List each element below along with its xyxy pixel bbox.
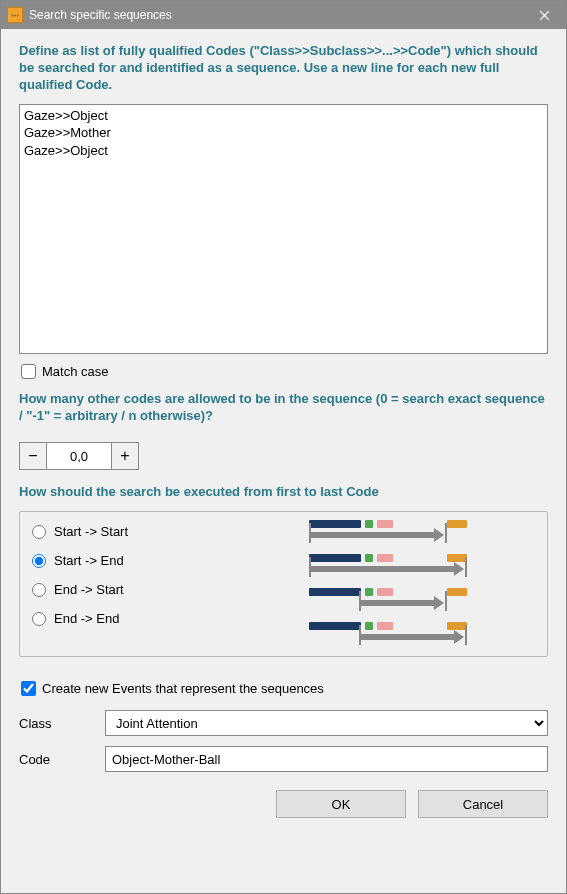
- ok-button[interactable]: OK: [276, 790, 406, 818]
- search-mode-instruction: How should the search be executed from f…: [19, 484, 548, 501]
- dialog-content: Define as list of fully qualified Codes …: [1, 29, 566, 893]
- close-button[interactable]: [522, 1, 566, 29]
- match-case-checkbox[interactable]: [21, 364, 36, 379]
- titlebar: ⋯ Search specific sequences: [1, 1, 566, 29]
- create-events-label: Create new Events that represent the seq…: [42, 681, 324, 696]
- code-input[interactable]: [105, 746, 548, 772]
- codes-instruction: Define as list of fully qualified Codes …: [19, 43, 548, 94]
- stepper-increment[interactable]: +: [111, 442, 139, 470]
- diagram-start-start: [309, 520, 537, 546]
- radio-end-start[interactable]: [32, 583, 46, 597]
- class-select[interactable]: Joint Attention: [105, 710, 548, 736]
- create-events-checkbox[interactable]: [21, 681, 36, 696]
- class-label: Class: [19, 716, 105, 731]
- allowed-codes-stepper: − +: [19, 442, 548, 470]
- radio-start-start-label: Start -> Start: [54, 524, 128, 539]
- diagram-end-start: [309, 588, 537, 614]
- search-mode-diagrams: [309, 520, 537, 648]
- app-icon: ⋯: [7, 7, 23, 23]
- diagram-end-end: [309, 622, 537, 648]
- radio-end-start-label: End -> Start: [54, 582, 124, 597]
- dialog-window: ⋯ Search specific sequences Define as li…: [0, 0, 567, 894]
- radio-start-end[interactable]: [32, 554, 46, 568]
- window-title: Search specific sequences: [29, 8, 522, 22]
- radio-start-start[interactable]: [32, 525, 46, 539]
- cancel-button[interactable]: Cancel: [418, 790, 548, 818]
- radio-end-end-label: End -> End: [54, 611, 119, 626]
- stepper-decrement[interactable]: −: [19, 442, 47, 470]
- diagram-start-end: [309, 554, 537, 580]
- radio-start-end-label: Start -> End: [54, 553, 124, 568]
- codes-textarea[interactable]: [19, 104, 548, 354]
- close-icon: [539, 10, 550, 21]
- stepper-input[interactable]: [47, 442, 111, 470]
- code-label: Code: [19, 752, 105, 767]
- allowed-codes-instruction: How many other codes are allowed to be i…: [19, 391, 548, 425]
- radio-end-end[interactable]: [32, 612, 46, 626]
- match-case-label: Match case: [42, 364, 108, 379]
- search-mode-group: Start -> Start Start -> End End -> Start…: [19, 511, 548, 657]
